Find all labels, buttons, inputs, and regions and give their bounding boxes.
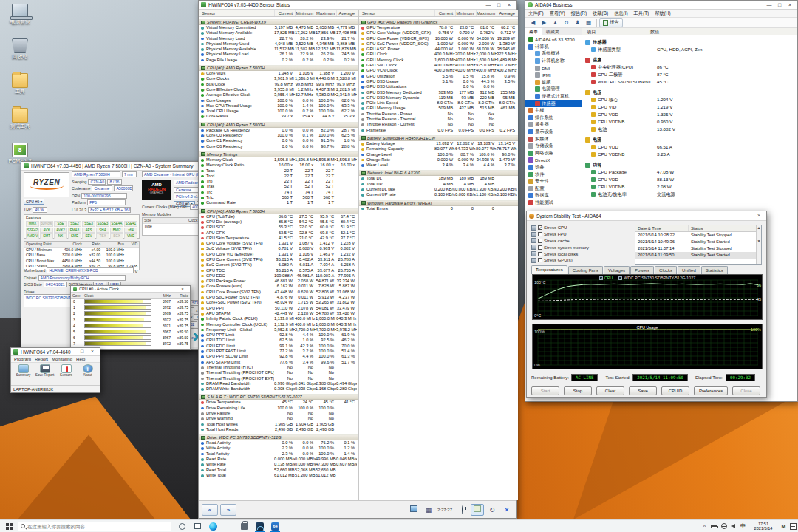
sensor-row[interactable]: CPU Core Voltage (SVI2 TFN)1.331 V1.087 … xyxy=(199,241,358,246)
user-icon[interactable]: ♟ xyxy=(572,18,583,27)
menu-item[interactable]: 收藏(B) xyxy=(590,10,611,17)
grid-row[interactable]: 电池充/放电率交流电源 xyxy=(582,191,797,198)
sensor-row[interactable]: Memory Clock1,596.8 MHz1,596.8 MHz1,596.… xyxy=(199,157,358,163)
sensor-row[interactable]: Framerate0.0 FPS0.0 FPS0.0 FPS0.2 FPS xyxy=(359,128,518,133)
cpuid-button[interactable]: CPUID xyxy=(661,386,689,395)
tree-item[interactable]: 配置 xyxy=(525,185,582,192)
start-button[interactable] xyxy=(0,520,18,532)
network-icon[interactable] xyxy=(719,520,729,532)
search-box[interactable] xyxy=(18,522,171,531)
ime-indicator[interactable]: 中 xyxy=(738,520,748,532)
tree-item[interactable]: 计算机 xyxy=(525,44,582,51)
sensor-row[interactable]: Total Host Writes1,905 GB1,904 GB1,905 G… xyxy=(199,422,358,427)
sensor-row[interactable]: DRAM Read Bandwidth0.996 Gbps0.041 Gbps2… xyxy=(199,381,358,386)
hwinfo-taskbar-icon[interactable] xyxy=(252,520,267,532)
store-taskbar-icon[interactable] xyxy=(236,520,252,532)
layout-tool-icon[interactable] xyxy=(471,504,484,516)
edge-taskbar-icon[interactable] xyxy=(205,520,221,532)
log-col-datetime[interactable]: Date & Time xyxy=(635,225,689,231)
sensor-row[interactable]: CPU SoC Power (SVI2 TFN)4.876 W0.011 W5.… xyxy=(199,295,358,300)
sensor-row[interactable]: Physical Memory Load26.1 %22.9 %26.2 %24… xyxy=(199,52,358,57)
grid-row[interactable]: CPU VDD1.325 V xyxy=(582,111,797,118)
cortana-taskbar-icon[interactable] xyxy=(174,520,190,532)
sensor-row[interactable]: GPU Memory Usage509 MB437 MB515 MB461 MB xyxy=(359,106,518,111)
tree-item[interactable]: 网络设备 xyxy=(525,150,582,157)
minimize-icon[interactable]: — xyxy=(743,211,754,220)
legend-checkbox[interactable]: ✓ xyxy=(618,276,622,280)
checkbox[interactable] xyxy=(538,239,542,243)
checkbox[interactable] xyxy=(538,258,542,262)
grid-row[interactable]: CPU VDDNB3.25 A xyxy=(582,151,797,158)
checkbox[interactable]: ✓ xyxy=(538,225,542,230)
desktop-icon-recycle[interactable]: 回收站 xyxy=(3,38,37,71)
sensor-row[interactable]: CPU EDC Limit99.1 %42.3 %100.0 %70.0 % xyxy=(199,344,358,349)
grid-row[interactable]: CPU 核心1.294 V xyxy=(582,96,797,103)
refresh-icon[interactable]: ↻ xyxy=(561,18,572,27)
tree-item[interactable]: 性能测试 xyxy=(525,200,582,207)
sensor-row[interactable]: Write Total61,012 MB51,200 MB61,012 MB xyxy=(199,473,358,478)
tree-item[interactable]: 安全性 xyxy=(525,178,582,185)
grid-row[interactable]: 传感器类型CPU, HDD, ACPI, Zen xyxy=(582,46,797,53)
tree-item[interactable]: 超频 xyxy=(525,79,582,86)
sensor-row[interactable]: Write Activity2.3 %0.0 %100.0 %1.2 % xyxy=(199,446,358,451)
log-row[interactable]: 2021/5/14 10:49:36Stability Test Started xyxy=(635,239,761,245)
close-icon[interactable]: × xyxy=(177,286,188,293)
sensor-row[interactable]: Memory Clock Ratio16.00 x16.00 x16.00 x1… xyxy=(199,163,358,168)
grid-row[interactable]: CPU Package47.08 W xyxy=(582,168,797,176)
sensor-row[interactable]: ›Core C0 Residency100.0 %0.1 %100.0 %62.… xyxy=(199,133,358,138)
save-report-button[interactable]: Save Report xyxy=(35,364,55,378)
log-scrollbar[interactable]: ▲▼ xyxy=(756,225,761,264)
tree-item[interactable]: 显示设备 xyxy=(525,129,582,136)
tree-item[interactable]: 传感器 xyxy=(525,100,582,107)
log-col-status[interactable]: Status xyxy=(689,225,703,231)
sensor-row[interactable]: Max CPU/Thread Usage100.0 %1.4 %100.0 %6… xyxy=(199,103,358,109)
sensor-row[interactable]: Battery Voltage13.092 V12.862 V13.183 V1… xyxy=(359,141,518,146)
stop-button[interactable]: Stop xyxy=(564,386,592,395)
desktop-icon-folder[interactable]: 工具 xyxy=(3,73,37,106)
sensor-row[interactable]: Average Effective Clock3,955.4 MHz52.7 M… xyxy=(199,92,358,98)
sensor-row[interactable]: CPU PPT Limit92.8 %4.4 %100.0 %61.9 % xyxy=(199,332,358,338)
page-right-button[interactable]: » xyxy=(220,504,236,516)
log-row[interactable]: 2021/5/14 10:28:22Stability Test Stopped xyxy=(635,232,761,239)
about-button[interactable]: About xyxy=(78,364,98,378)
sensor-row[interactable]: Drive Temperature45 °C24 °C45 °C41 °C xyxy=(199,400,358,405)
sensor-row[interactable]: GPU Core Voltage (VDDCR_GFX)0.756 V0.700… xyxy=(359,30,518,35)
close-icon[interactable]: × xyxy=(87,348,98,355)
checkbox[interactable] xyxy=(538,245,542,250)
pane-tab-0[interactable]: 菜单 xyxy=(525,28,542,35)
sensor-row[interactable]: ›Core Ratios39.7 x15.4 x44.6 x35.3 x xyxy=(199,114,358,119)
battery-icon[interactable] xyxy=(709,520,719,532)
grid-row[interactable]: CPU VDDNB0.950 V xyxy=(582,118,797,126)
sensor-row[interactable]: SoC Current (SVI2 TFN)6.080 A6.011 A7.03… xyxy=(199,262,358,267)
sensor-row[interactable]: CPU Package Power46.881 W2.058 W54.871 W… xyxy=(199,279,358,284)
sensor-row[interactable]: ›Core Usages100.0 %0.0 %100.0 %62.0 % xyxy=(199,98,358,103)
summary-tool-icon[interactable] xyxy=(407,504,420,516)
grid-row[interactable]: 中央处理器(CPU)86 °C xyxy=(582,64,797,71)
sensor-row[interactable]: ›GPU D3D Utilizations0.0 %0.0 % xyxy=(359,84,518,89)
close-icon[interactable]: × xyxy=(785,1,795,9)
sensor-row[interactable]: CPU PPT50.110 W2.078 W54.081 W33.479 W xyxy=(199,306,358,311)
menu-item[interactable]: 信息(I) xyxy=(611,10,631,17)
sensor-row[interactable]: GPU D3D Usage5.1 %0.0 %44.5 %3.5 % xyxy=(359,79,518,84)
sensor-row[interactable]: Wear Level3.4 %3.4 %4.4 %3.7 % xyxy=(359,163,518,168)
preferences-button[interactable]: Preferences xyxy=(694,386,728,395)
sensor-row[interactable]: Thermal Throttling (PROCHOT CPU)NoNoNo xyxy=(199,370,358,375)
grid-row[interactable]: CPU VID1.219 V xyxy=(582,103,797,111)
sensor-row[interactable]: GPU SoC Clock400.0 MHz400.0 MHz975.0 MHz… xyxy=(359,63,518,68)
sensor-row[interactable]: CPU Core Current (SVI2 TFN)36.015 A0.462… xyxy=(199,257,358,262)
tray-expand-icon[interactable]: ^ xyxy=(700,520,709,532)
close-icon[interactable]: × xyxy=(754,211,764,220)
notification-icon[interactable] xyxy=(788,520,798,532)
grid-row[interactable]: 电池13.082 V xyxy=(582,126,797,133)
tree-item[interactable]: 数据库 xyxy=(525,192,582,200)
taskview-taskbar-icon[interactable] xyxy=(190,520,205,532)
close-icon[interactable]: × xyxy=(504,1,514,9)
active-clock-titlebar[interactable]: CPU #0 - Active Clock × xyxy=(71,286,190,293)
tree-item[interactable]: DirectX xyxy=(525,157,582,164)
sensor-row[interactable]: Bus Clock99.8 MHz99.8 MHz99.9 MHz99.9 MH… xyxy=(199,82,358,87)
explorer-taskbar-icon[interactable] xyxy=(221,520,236,532)
sensor-row[interactable]: Total DL189 MB189 MB189 MB xyxy=(359,176,518,181)
up-icon[interactable]: ▲ xyxy=(550,18,561,27)
close-tool-icon[interactable]: × xyxy=(500,504,514,516)
sensor-row[interactable]: GPU D3D Memory Dynamic119 MB93 MB220 MB9… xyxy=(359,95,518,100)
